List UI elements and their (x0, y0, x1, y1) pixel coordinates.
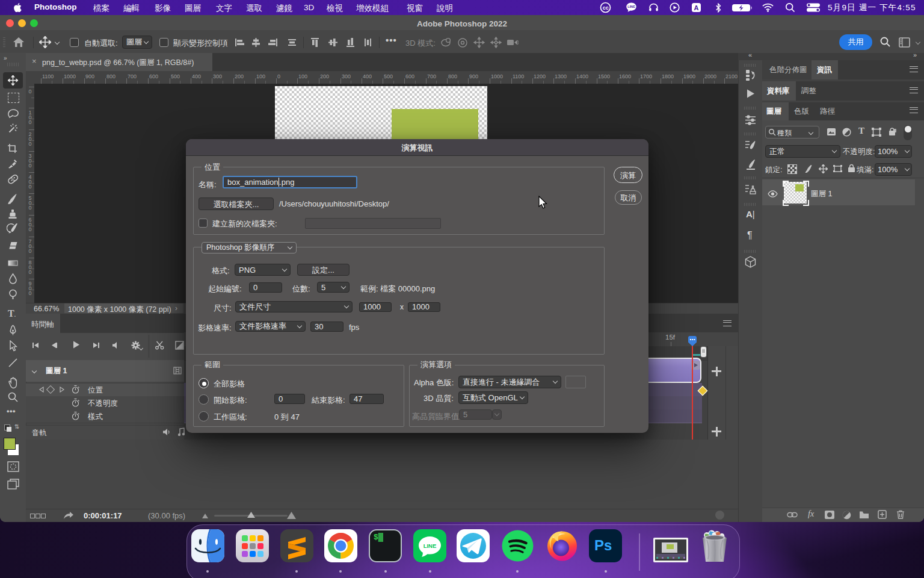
svg-text:LINE: LINE (627, 5, 635, 8)
svg-text:LINE: LINE (424, 542, 437, 549)
svg-text:A: A (694, 4, 699, 11)
svg-text:cc: cc (603, 5, 609, 11)
